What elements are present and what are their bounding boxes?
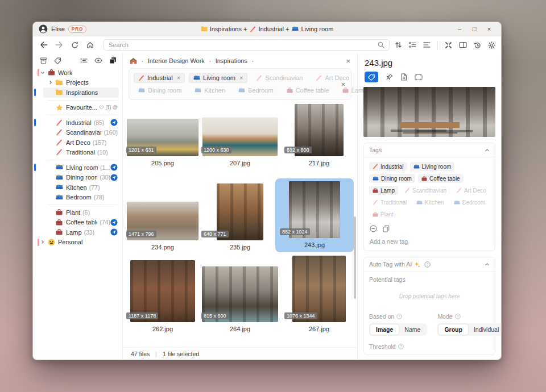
sidebar-item-work[interactable]: Work: [33, 68, 122, 78]
tag-chip-scandinavian[interactable]: Scandinavian: [401, 186, 450, 195]
filter-chip-art-deco[interactable]: Art Deco: [311, 73, 354, 83]
tag-chip-lamp[interactable]: Lamp: [369, 186, 398, 195]
forward-button[interactable]: [54, 40, 64, 50]
help-icon[interactable]: ?: [455, 314, 461, 319]
search-input[interactable]: [109, 41, 374, 48]
history-icon[interactable]: [474, 41, 481, 49]
sort-icon[interactable]: [395, 41, 402, 48]
user-avatar-icon[interactable]: [39, 24, 48, 34]
frame-icon[interactable]: [415, 74, 423, 81]
filter-chip-kitchen[interactable]: Kitchen: [190, 85, 230, 95]
collapse-chevron-icon[interactable]: [485, 148, 490, 152]
sidebar-item-scandinavian[interactable]: Scandinavian (160): [33, 128, 122, 138]
breadcrumb-item-work[interactable]: Interior Design Work: [148, 57, 205, 64]
based-on-image-button[interactable]: Image: [370, 324, 399, 335]
help-icon[interactable]: ?: [396, 314, 402, 319]
tag-chip-traditional[interactable]: Traditional: [369, 198, 410, 207]
tag-chip-living-room[interactable]: Living room: [410, 162, 455, 171]
filter-chip-living-room[interactable]: Living room ×: [189, 73, 247, 83]
filter-chip-scandinavian[interactable]: Scandinavian: [251, 73, 307, 83]
grid-item-267[interactable]: 1076 x 1344 267.jpg: [284, 256, 354, 333]
mode-group-button[interactable]: Group: [439, 324, 468, 335]
checklist-icon[interactable]: [80, 57, 88, 64]
sidebar-item-favourite[interactable]: Favourite... 1 @: [33, 103, 122, 113]
filter-chip-dining-room[interactable]: Dining room: [134, 85, 186, 95]
tag-chip-kitchen[interactable]: Kitchen: [413, 198, 447, 207]
panel-toggle-icon[interactable]: [459, 41, 467, 48]
archive-icon[interactable]: [40, 57, 47, 64]
locate-target-icon[interactable]: [110, 119, 118, 126]
tag-chip-industrial[interactable]: Industrial: [369, 162, 407, 171]
help-icon[interactable]: ?: [398, 344, 404, 349]
sidebar-item-coffee-table[interactable]: Coffee table (74): [33, 218, 122, 228]
close-button[interactable]: ×: [483, 24, 495, 34]
drop-zone[interactable]: Drop potential tags here: [369, 283, 490, 311]
preview-image[interactable]: [363, 87, 495, 137]
grid-item-243-selected[interactable]: 852 x 1024 243.jpg: [275, 178, 354, 252]
grid-item-207[interactable]: 1200 x 630 207.jpg: [201, 103, 279, 167]
tag-chip-dining-room[interactable]: Dining room: [369, 174, 415, 183]
sidebar-item-personal[interactable]: Personal: [33, 237, 122, 248]
remove-tag-icon[interactable]: [370, 225, 377, 232]
search-box[interactable]: [104, 39, 390, 51]
sidebar-item-living-room[interactable]: Living room (1...: [33, 162, 122, 173]
filter-chip-industrial[interactable]: Industrial ×: [134, 73, 185, 83]
mode-individual-button[interactable]: Individual: [468, 324, 501, 335]
copy-tags-icon[interactable]: [383, 225, 390, 232]
eye-icon[interactable]: [94, 57, 102, 64]
refresh-button[interactable]: [69, 40, 80, 50]
tag-chip-plant[interactable]: Plant: [369, 210, 397, 219]
clear-filters-icon[interactable]: ×: [341, 80, 345, 89]
layers-icon[interactable]: [109, 57, 117, 64]
minimize-button[interactable]: –: [453, 24, 466, 34]
pin-icon[interactable]: [386, 73, 393, 81]
grid-item-262[interactable]: 1187 x 1178 262.jpg: [126, 260, 199, 333]
remove-filter-icon[interactable]: ×: [177, 74, 180, 81]
breadcrumb-item-inspirations[interactable]: Inspirations: [216, 57, 247, 64]
home-folder-icon[interactable]: [130, 58, 137, 64]
locate-target-icon[interactable]: [110, 174, 118, 181]
tag-chip-bedroom[interactable]: Bedroom: [450, 198, 489, 207]
grid-scrollbar[interactable]: [354, 216, 356, 299]
sidebar-item-projects[interactable]: Projects: [33, 78, 122, 88]
sidebar-item-kitchen[interactable]: Kitchen (77): [33, 182, 122, 193]
remove-filter-icon[interactable]: ×: [239, 74, 243, 81]
collapse-chevron-icon[interactable]: [485, 262, 490, 266]
list-view-icon[interactable]: [409, 41, 416, 48]
home-button[interactable]: [85, 40, 95, 50]
grid-item-205[interactable]: 1201 x 631 205.png: [126, 103, 199, 167]
locate-target-icon[interactable]: [110, 228, 118, 236]
help-icon[interactable]: ?: [424, 261, 431, 268]
tag-icon[interactable]: [54, 57, 61, 64]
scatter-icon[interactable]: [445, 41, 452, 49]
filter-chip-coffee-table[interactable]: Coffee table: [282, 85, 334, 95]
user-name[interactable]: Elise: [51, 26, 65, 32]
based-on-name-button[interactable]: Name: [399, 324, 426, 335]
tags-panel-button[interactable]: [365, 72, 378, 82]
chevron-down-icon[interactable]: [39, 70, 47, 75]
sidebar-item-industrial[interactable]: Industrial (85): [33, 118, 122, 128]
filter-chip-bedroom[interactable]: Bedroom: [234, 85, 278, 95]
sidebar-item-plant[interactable]: Plant (6): [33, 207, 122, 218]
sidebar-item-dining-room[interactable]: Dining room (30): [33, 173, 122, 183]
sidebar-item-bedroom[interactable]: Bedroom (78): [33, 193, 122, 203]
breadcrumb-close-icon[interactable]: ×: [346, 57, 350, 65]
settings-gear-icon[interactable]: [488, 41, 495, 49]
locate-target-icon[interactable]: [110, 164, 118, 171]
grid-item-235[interactable]: 640 x 771 235.jpg: [201, 177, 279, 251]
chevron-right-icon[interactable]: [47, 80, 55, 85]
chevron-right-icon[interactable]: [39, 240, 47, 244]
align-lines-icon[interactable]: [423, 41, 431, 48]
add-tag-input[interactable]: Add a new tag: [369, 233, 490, 246]
back-button[interactable]: [39, 40, 49, 50]
sidebar-item-inspirations[interactable]: Inspirations: [33, 87, 122, 98]
document-icon[interactable]: [400, 73, 407, 81]
tag-chip-coffee-table[interactable]: Coffee table: [418, 174, 464, 183]
sidebar-item-traditional[interactable]: Traditional (10): [33, 148, 122, 158]
sidebar-item-art-deco[interactable]: Art Deco (157): [33, 137, 122, 148]
grid-item-264[interactable]: 815 x 600 264.jpg: [201, 260, 279, 333]
sidebar-item-lamp[interactable]: Lamp (33): [33, 227, 122, 237]
maximize-button[interactable]: □: [468, 24, 481, 34]
locate-target-icon[interactable]: [110, 219, 118, 226]
tag-chip-art-deco[interactable]: Art Deco: [453, 186, 490, 195]
